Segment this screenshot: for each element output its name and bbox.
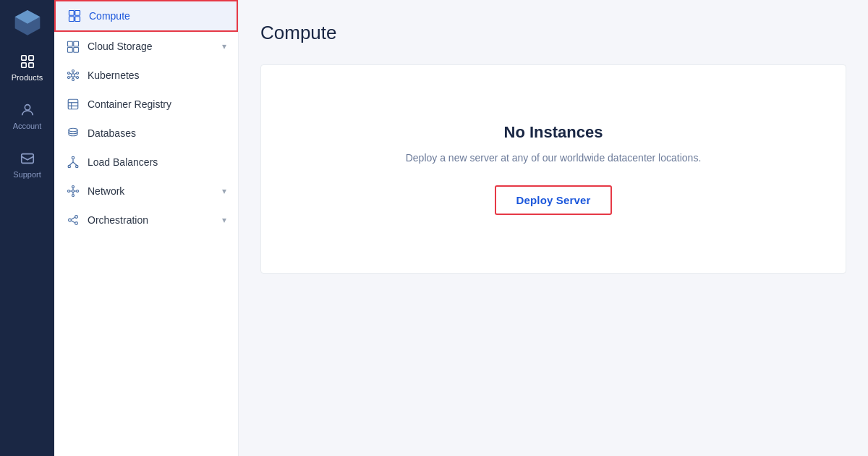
svg-rect-34 <box>72 157 75 159</box>
chevron-down-icon: ▾ <box>222 41 226 51</box>
deploy-server-button[interactable]: Deploy Server <box>495 185 613 215</box>
main-content: Compute No Instances Deploy a new server… <box>239 0 868 456</box>
container-registry-icon <box>66 97 80 111</box>
svg-rect-3 <box>28 56 33 60</box>
svg-point-21 <box>68 77 70 79</box>
svg-rect-35 <box>68 166 70 168</box>
sidebar-label-orchestration: Orchestration <box>88 214 148 226</box>
svg-point-50 <box>75 216 78 219</box>
svg-line-28 <box>75 73 76 75</box>
svg-rect-7 <box>21 154 33 164</box>
svg-line-25 <box>70 73 72 75</box>
svg-point-33 <box>69 128 77 132</box>
svg-point-6 <box>25 105 30 110</box>
svg-point-51 <box>75 222 78 225</box>
sidebar-item-orchestration[interactable]: Orchestration ▾ <box>54 206 238 235</box>
svg-point-44 <box>72 195 75 197</box>
svg-line-52 <box>71 217 75 219</box>
svg-point-42 <box>77 190 79 193</box>
load-balancers-icon <box>66 155 80 169</box>
svg-line-38 <box>69 162 73 166</box>
svg-point-17 <box>72 70 75 72</box>
svg-point-20 <box>77 72 79 75</box>
sidebar-item-kubernetes[interactable]: Kubernetes <box>54 61 238 90</box>
svg-rect-9 <box>75 11 80 16</box>
nav-account[interactable]: Account <box>0 92 54 140</box>
svg-point-41 <box>68 190 70 193</box>
svg-point-18 <box>72 79 75 81</box>
kubernetes-icon <box>66 68 80 83</box>
svg-rect-4 <box>21 63 25 67</box>
databases-icon <box>66 126 80 140</box>
empty-state-subtitle: Deploy a new server at any of our worldw… <box>406 152 702 164</box>
svg-rect-14 <box>68 48 73 53</box>
svg-rect-15 <box>74 48 79 53</box>
svg-rect-36 <box>76 166 78 168</box>
svg-point-19 <box>68 72 70 75</box>
svg-line-39 <box>73 162 77 166</box>
svg-rect-10 <box>69 17 75 22</box>
svg-rect-12 <box>68 41 73 46</box>
svg-point-22 <box>77 77 79 79</box>
svg-rect-5 <box>28 63 33 67</box>
svg-rect-11 <box>75 17 80 22</box>
svg-rect-8 <box>69 11 75 16</box>
chevron-down-icon: ▾ <box>222 186 226 196</box>
icon-bar: Products Account Support <box>0 0 54 456</box>
svg-point-49 <box>69 219 72 221</box>
sidebar-label-load-balancers: Load Balancers <box>88 156 158 168</box>
sidebar-item-compute[interactable]: Compute <box>54 0 238 32</box>
sidebar-item-cloud-storage[interactable]: Cloud Storage ▾ <box>54 32 238 61</box>
nav-products[interactable]: Products <box>0 43 54 92</box>
svg-rect-29 <box>68 99 78 109</box>
sidebar-label-compute: Compute <box>89 10 130 22</box>
svg-point-40 <box>72 190 75 193</box>
sidebar-item-databases[interactable]: Databases <box>54 119 238 148</box>
sidebar-label-cloud-storage: Cloud Storage <box>88 41 153 52</box>
sidebar-label-databases: Databases <box>88 127 136 139</box>
sidebar-item-load-balancers[interactable]: Load Balancers <box>54 148 238 177</box>
svg-rect-2 <box>21 56 25 60</box>
page-title: Compute <box>260 22 846 44</box>
svg-point-43 <box>72 186 75 188</box>
svg-rect-13 <box>74 41 79 46</box>
svg-point-16 <box>72 74 75 77</box>
cloud-storage-icon <box>66 39 80 54</box>
sidebar-label-container-registry: Container Registry <box>88 98 171 110</box>
sidebar: Compute Cloud Storage ▾ <box>54 0 239 456</box>
chevron-down-icon: ▾ <box>222 215 226 225</box>
sidebar-item-container-registry[interactable]: Container Registry <box>54 90 238 119</box>
sidebar-label-network: Network <box>88 185 124 197</box>
svg-line-26 <box>75 77 76 78</box>
sidebar-item-network[interactable]: Network ▾ <box>54 177 238 206</box>
orchestration-icon <box>66 213 80 227</box>
svg-line-53 <box>71 221 75 223</box>
network-icon <box>66 184 80 198</box>
compute-icon <box>67 9 82 23</box>
sidebar-label-kubernetes: Kubernetes <box>88 69 140 81</box>
svg-line-27 <box>70 77 72 78</box>
logo <box>13 7 42 36</box>
nav-support[interactable]: Support <box>0 140 54 189</box>
empty-state-title: No Instances <box>504 123 603 142</box>
empty-state-card: No Instances Deploy a new server at any … <box>260 64 846 274</box>
